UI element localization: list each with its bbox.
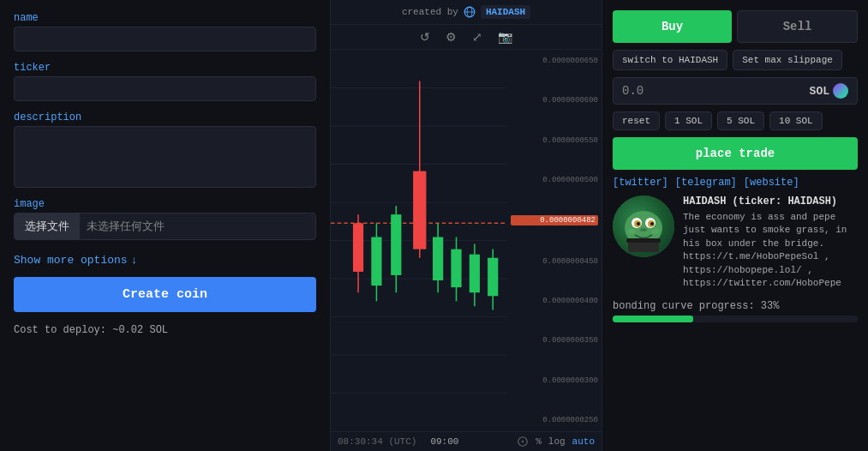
left-panel: name ticker description image 选择文件 未选择任何…	[0, 0, 330, 451]
buy-sell-tabs: Buy Sell	[613, 10, 858, 43]
svg-point-36	[637, 222, 640, 226]
chart-panel: created by HAIDASH ↺ ⚙ ⤢ 📷	[330, 0, 602, 451]
file-input-wrapper: 选择文件 未选择任何文件	[14, 213, 316, 240]
chart-area: 0.0000000650 0.0000000600 0.0000000550 0…	[331, 50, 602, 431]
svg-point-40	[651, 229, 660, 234]
time-label: 08:30:34 (UTC)	[338, 436, 416, 447]
svg-point-30	[522, 441, 524, 442]
svg-rect-26	[488, 258, 498, 296]
chart-header: created by HAIDASH	[331, 0, 602, 25]
file-placeholder-text: 未选择任何文件	[80, 213, 171, 239]
social-links: [twitter] [telegram] [website]	[613, 177, 858, 189]
globe-icon	[464, 6, 476, 18]
sol-icon	[833, 83, 848, 99]
price-label-3: 0.0000000550	[511, 136, 598, 145]
set-max-slippage-button[interactable]: Set max slippage	[733, 50, 842, 70]
svg-point-38	[640, 228, 647, 232]
create-coin-button[interactable]: Create coin	[14, 277, 316, 312]
bonding-bar-fill	[613, 316, 693, 322]
coin-name: HAIDASH (ticker: HAIDASH)	[683, 195, 858, 207]
reset-button[interactable]: reset	[613, 111, 660, 130]
settings-button[interactable]: ⚙	[442, 28, 460, 45]
show-more-arrow-icon: ↓	[131, 254, 138, 267]
switch-to-haidash-button[interactable]: switch to HAIDASH	[613, 50, 727, 70]
svg-rect-18	[371, 237, 381, 286]
buy-tab[interactable]: Buy	[613, 10, 732, 43]
pepe-avatar	[618, 201, 669, 252]
created-by-text: created by	[402, 7, 458, 17]
bonding-section: bonding curve progress: 33%	[613, 300, 858, 322]
sol-label: SOL	[810, 85, 829, 98]
auto-button[interactable]: auto	[572, 436, 595, 447]
candles-area	[331, 50, 507, 431]
price-label-10: 0.0000000250	[511, 416, 598, 424]
svg-rect-42	[626, 238, 661, 243]
camera-button[interactable]: 📷	[494, 28, 516, 45]
sol-amount-input[interactable]	[622, 84, 810, 98]
name-input[interactable]	[14, 27, 316, 51]
price-label-7: 0.0000000400	[511, 297, 598, 305]
description-input[interactable]	[14, 126, 316, 188]
chart-toolbar: ↺ ⚙ ⤢ 📷	[331, 25, 602, 50]
time-marker: 09:00	[430, 436, 458, 447]
sell-tab[interactable]: Sell	[737, 10, 858, 43]
sol-input-wrapper: SOL	[613, 77, 858, 105]
price-label-1: 0.0000000650	[511, 57, 598, 65]
image-field-group: image 选择文件 未选择任何文件	[14, 198, 316, 240]
name-label: name	[14, 12, 316, 24]
coin-info: HAIDASH (ticker: HAIDASH) The economy is…	[613, 195, 858, 290]
refresh-button[interactable]: ↺	[416, 28, 434, 45]
price-label-9: 0.0000000300	[511, 376, 598, 385]
cost-text: Cost to deploy: ~0.02 SOL	[14, 324, 316, 336]
quick-amounts: reset 1 SOL 5 SOL 10 SOL	[613, 111, 858, 130]
creator-name: HAIDASH	[486, 7, 525, 17]
choose-file-button[interactable]: 选择文件	[15, 213, 80, 239]
svg-rect-24	[470, 255, 480, 293]
ticker-label: ticker	[14, 62, 316, 74]
right-panel: Buy Sell switch to HAIDASH Set max slipp…	[602, 0, 868, 451]
price-label-2: 0.0000000600	[511, 96, 598, 105]
svg-point-37	[650, 222, 654, 226]
5-sol-button[interactable]: 5 SOL	[717, 111, 764, 130]
coin-avatar	[613, 195, 674, 257]
bonding-bar-background	[613, 316, 858, 322]
price-axis: 0.0000000650 0.0000000600 0.0000000550 0…	[507, 50, 602, 431]
navigate-icon	[517, 436, 529, 448]
svg-point-39	[627, 229, 636, 234]
twitter-link[interactable]: [twitter]	[613, 177, 668, 189]
price-label-5-highlighted: 0.0000000482	[511, 215, 598, 226]
action-row: switch to HAIDASH Set max slippage	[613, 50, 858, 70]
10-sol-button[interactable]: 10 SOL	[769, 111, 823, 130]
percent-button[interactable]: %	[536, 436, 542, 447]
bonding-label: bonding curve progress: 33%	[613, 300, 858, 312]
price-label-4: 0.0000000500	[511, 176, 598, 184]
name-field-group: name	[14, 12, 316, 51]
ticker-field-group: ticker	[14, 62, 316, 101]
svg-rect-22	[451, 250, 461, 288]
show-more-button[interactable]: Show more options ↓	[14, 254, 316, 267]
fullscreen-button[interactable]: ⤢	[469, 28, 486, 45]
svg-rect-16	[391, 214, 401, 275]
image-label: image	[14, 198, 316, 210]
svg-rect-14	[413, 171, 426, 250]
ticker-input[interactable]	[14, 76, 316, 101]
telegram-link[interactable]: [telegram]	[675, 177, 737, 189]
price-label-6: 0.0000000450	[511, 257, 598, 266]
1-sol-button[interactable]: 1 SOL	[665, 111, 712, 130]
creator-badge: HAIDASH	[481, 5, 530, 19]
coin-description: The economy is ass and pepe just wants t…	[683, 211, 858, 290]
sol-badge: SOL	[810, 83, 848, 99]
coin-avatar-inner	[613, 195, 674, 257]
description-field-group: description	[14, 111, 316, 188]
chart-footer-controls: % log auto	[517, 436, 595, 448]
chart-footer: 08:30:34 (UTC) 09:00 % log auto	[331, 431, 602, 451]
website-link[interactable]: [website]	[744, 177, 799, 189]
place-trade-button[interactable]: place trade	[613, 137, 858, 170]
svg-rect-28	[353, 223, 363, 272]
svg-rect-20	[433, 237, 443, 280]
price-label-8: 0.0000000350	[511, 336, 598, 345]
coin-details: HAIDASH (ticker: HAIDASH) The economy is…	[683, 195, 858, 290]
description-label: description	[14, 111, 316, 123]
log-button[interactable]: log	[548, 436, 566, 447]
show-more-label: Show more options	[14, 254, 128, 267]
